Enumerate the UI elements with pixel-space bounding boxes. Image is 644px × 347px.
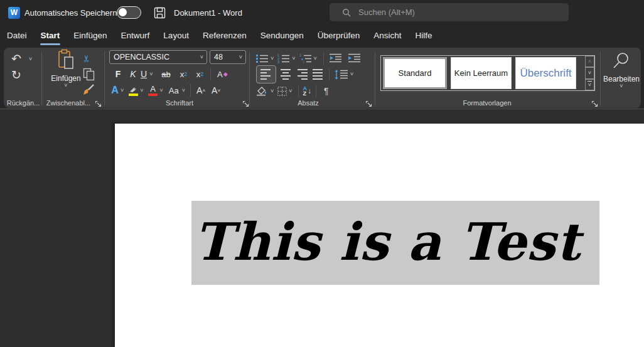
editing-chevron: ˅ <box>603 83 640 89</box>
divider <box>298 85 299 97</box>
search-input[interactable] <box>358 8 547 17</box>
superscript-button[interactable]: x2 <box>191 70 208 79</box>
gallery-scroll-up-button[interactable]: ˄ <box>585 56 594 67</box>
font-size-chevron: ˅ <box>239 55 242 60</box>
undo-icon[interactable]: ↶ <box>11 51 21 66</box>
tab-sendungen[interactable]: Sendungen <box>254 26 311 46</box>
redo-icon[interactable]: ↻ <box>11 68 21 82</box>
text-selection-highlight[interactable]: This is a Test <box>191 201 599 285</box>
document-text[interactable]: This is a Test <box>194 201 602 285</box>
ribbon: ↶ ˅ ↻ Rückgän... Einfügen ˅ ✂ <box>4 48 641 108</box>
paste-button[interactable]: Einfügen ˅ <box>46 49 85 94</box>
gallery-more-button[interactable]: ˅ <box>585 79 594 90</box>
tab-referenzen[interactable]: Referenzen <box>196 26 254 46</box>
tab-ueberpruefen[interactable]: Überprüfen <box>311 26 367 46</box>
tab-start[interactable]: Start <box>34 26 67 46</box>
font-size-combobox[interactable]: 48 ˅ <box>210 50 246 64</box>
grow-font-button[interactable]: A˄ <box>193 85 208 95</box>
undo-dropdown-chevron[interactable]: ˅ <box>29 56 32 62</box>
active-tab-underline <box>40 43 61 45</box>
clipboard-icon <box>56 49 75 70</box>
strikethrough-button[interactable]: ab <box>156 70 175 79</box>
cut-icon[interactable]: ✂ <box>81 55 92 63</box>
word-app-icon[interactable]: W <box>8 7 20 19</box>
show-paragraph-marks-button[interactable]: ¶ <box>324 86 329 96</box>
clear-formatting-a: A <box>217 70 223 79</box>
shading-chevron[interactable]: ˅ <box>271 88 274 94</box>
styles-dialog-launcher-icon[interactable] <box>591 99 599 106</box>
clipboard-dialog-launcher-icon[interactable] <box>95 99 102 106</box>
tab-datei[interactable]: Datei <box>0 26 34 46</box>
tab-layout[interactable]: Layout <box>156 26 196 46</box>
sort-z: Z <box>303 91 308 96</box>
bullet-list-chevron[interactable]: ˅ <box>271 56 274 61</box>
style-standard[interactable]: Standard <box>383 57 447 89</box>
italic-button[interactable]: K <box>126 69 141 79</box>
font-name-combobox[interactable]: OPENCLASSIC ˅ <box>109 50 207 64</box>
copy-icon[interactable] <box>83 68 95 83</box>
highlight-chevron[interactable]: ˅ <box>140 88 143 93</box>
decrease-indent-button[interactable] <box>330 53 342 63</box>
paste-dropdown-chevron[interactable]: ˅ <box>46 83 85 88</box>
bullet-list-button[interactable] <box>256 53 269 63</box>
bold-button[interactable]: F <box>110 69 126 79</box>
style-ueberschrift[interactable]: Überschrift <box>515 57 576 89</box>
group-separator <box>249 51 250 105</box>
tab-start-label: Start <box>41 31 60 40</box>
shading-button[interactable] <box>256 86 269 97</box>
underline-chevron[interactable]: ˅ <box>149 72 153 77</box>
font-color-a: A <box>150 85 156 93</box>
style-kein-leerraum[interactable]: Kein Leerraum <box>451 57 512 89</box>
numbered-list-chevron[interactable]: ˅ <box>292 56 295 61</box>
clear-formatting-button[interactable]: A◆ <box>213 70 231 79</box>
align-right-button[interactable] <box>296 68 308 81</box>
clear-formatting-eraser-icon: ◆ <box>223 71 228 77</box>
align-left-button[interactable] <box>256 65 276 83</box>
sort-button[interactable]: AZ ↓ <box>303 86 312 96</box>
line-spacing-button[interactable] <box>335 70 348 80</box>
svg-text:i: i <box>303 60 304 63</box>
text-effects-button[interactable]: A <box>109 85 121 96</box>
underline-button[interactable]: U <box>141 69 147 79</box>
styles-gallery: Standard Kein Leerraum Überschrift ˄ ˅ ˅ <box>380 55 595 91</box>
line-spacing-chevron[interactable]: ˅ <box>350 72 353 77</box>
document-page[interactable]: This is a Test <box>115 124 644 347</box>
shrink-font-button[interactable]: A˅ <box>208 85 223 95</box>
font-color-chevron[interactable]: ˅ <box>160 88 163 93</box>
multilevel-list-chevron[interactable]: ˅ <box>314 56 317 61</box>
gallery-scroll-down-button[interactable]: ˅ <box>585 67 594 78</box>
highlight-color-button[interactable] <box>127 85 139 96</box>
borders-button[interactable] <box>277 87 287 96</box>
justify-button[interactable] <box>313 68 324 81</box>
borders-chevron[interactable]: ˅ <box>289 88 292 94</box>
editing-button[interactable]: Bearbeiten ˅ <box>603 51 640 95</box>
change-case-button[interactable]: Aa <box>167 86 181 95</box>
change-case-chevron[interactable]: ˅ <box>182 88 185 93</box>
multilevel-list-button[interactable]: 1ai <box>299 53 312 63</box>
paste-label: Einfügen <box>46 74 85 83</box>
highlight-color-bar <box>129 93 138 96</box>
menu-bar: Datei Start Einfügen Entwurf Layout Refe… <box>0 26 644 46</box>
subscript-button[interactable]: x2 <box>175 70 191 79</box>
chevron-down-icon: ˅ <box>588 70 591 76</box>
numbered-list-button[interactable]: 123 <box>277 53 290 63</box>
tab-einfuegen[interactable]: Einfügen <box>67 26 114 46</box>
tab-ansicht[interactable]: Ansicht <box>367 26 408 46</box>
tab-entwurf[interactable]: Entwurf <box>114 26 157 46</box>
chevron-down-icon: ˅ <box>588 82 591 88</box>
svg-text:3: 3 <box>277 60 279 63</box>
font-color-button[interactable]: A <box>148 85 159 96</box>
editing-label: Bearbeiten <box>603 75 640 83</box>
search-box[interactable] <box>330 3 569 21</box>
save-icon[interactable] <box>154 7 166 19</box>
format-painter-icon[interactable] <box>82 83 95 99</box>
text-effects-chevron[interactable]: ˅ <box>121 88 124 93</box>
paragraph-dialog-launcher-icon[interactable] <box>365 99 373 106</box>
align-center-button[interactable] <box>280 68 291 81</box>
tab-hilfe[interactable]: Hilfe <box>409 26 439 46</box>
align-left-icon <box>260 68 272 81</box>
highlighter-icon <box>128 85 138 93</box>
increase-indent-button[interactable] <box>348 53 361 63</box>
autosave-toggle[interactable] <box>117 6 141 19</box>
font-name-chevron: ˅ <box>200 55 203 60</box>
